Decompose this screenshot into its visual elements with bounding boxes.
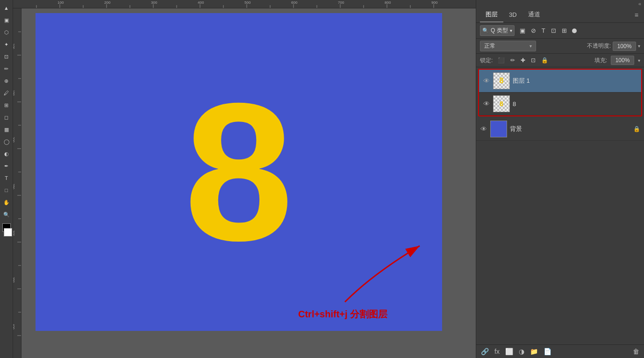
opacity-label: 不透明度: [587, 42, 611, 50]
svg-text:700: 700 [338, 0, 344, 5]
link-layers-icon[interactable]: 🔗 [480, 347, 490, 356]
svg-text:300: 300 [13, 230, 15, 236]
tab-layers[interactable]: 图层 [480, 7, 503, 22]
filter-type-label: Q 类型 [491, 27, 508, 35]
opacity-value[interactable]: 100% [613, 42, 636, 51]
lock-draw-icon[interactable]: ✏ [509, 57, 516, 64]
toolbar-blur-icon[interactable]: ◯ [1, 136, 12, 147]
layer8-thumbnail: 8 [493, 95, 510, 112]
toolbar-pen-icon[interactable]: ✒ [1, 161, 12, 171]
opacity-dropdown-arrow: ▾ [638, 43, 640, 49]
annotation-text: Ctrl+shift+j 分割图层 [298, 308, 387, 321]
left-ruler: 100 150 200 250 300 350 [13, 8, 21, 358]
toolbar-heal-icon[interactable]: ⊕ [1, 76, 12, 86]
svg-text:100: 100 [57, 0, 64, 5]
toolbar-clone-icon[interactable]: ⊞ [1, 100, 12, 110]
filter-icons: ▣ ⊘ T ⊡ ⊞ [518, 27, 577, 35]
toolbar-select-icon[interactable]: ▣ [1, 15, 12, 25]
blend-dropdown-arrow: ▾ [530, 43, 532, 49]
svg-text:600: 600 [291, 0, 298, 5]
toolbar-shape-icon[interactable]: □ [1, 185, 12, 195]
fill-dropdown-arrow: ▾ [638, 58, 640, 63]
filter-pixel-icon[interactable]: ▣ [518, 27, 527, 35]
background-name: 背景 [510, 125, 630, 133]
svg-text:300: 300 [151, 0, 157, 5]
svg-text:200: 200 [104, 0, 111, 5]
blend-row: 正常 ▾ 不透明度: 100% ▾ [476, 39, 644, 54]
lock-all-icon[interactable]: 🔒 [540, 57, 550, 64]
ruler-svg-left: 100 150 200 250 300 350 [13, 8, 21, 358]
layer-item-background[interactable]: 👁 背景 🔒 [476, 118, 644, 141]
add-mask-icon[interactable]: ⬜ [504, 347, 514, 356]
lock-label: 锁定: [480, 57, 493, 64]
filter-smart-icon[interactable]: ⊞ [560, 27, 568, 35]
toolbar-zoom-icon[interactable]: 🔍 [1, 209, 12, 220]
toolbar-hand-icon[interactable]: ✋ [1, 197, 12, 208]
toolbar-lasso-icon[interactable]: ⬡ [1, 27, 12, 37]
highlighted-layers-group: 👁 8 图层 1 👁 8 8 [478, 69, 642, 116]
toolbar-text-icon[interactable]: T [1, 173, 12, 183]
toolbar-brush-icon[interactable]: 🖊 [1, 88, 12, 98]
svg-text:900: 900 [431, 0, 438, 5]
lock-artboard-icon[interactable]: ⊡ [530, 57, 537, 64]
lock-move-icon[interactable]: ✚ [519, 57, 527, 64]
svg-text:200: 200 [13, 137, 15, 143]
svg-text:400: 400 [198, 0, 204, 5]
add-adjustment-icon[interactable]: ◑ [518, 347, 525, 356]
blend-mode-select[interactable]: 正常 ▾ [480, 41, 536, 51]
layer-item-layer8[interactable]: 👁 8 8 [479, 93, 641, 115]
filter-text-icon[interactable]: T [540, 27, 547, 35]
search-icon: 🔍 [482, 28, 489, 34]
layer1-visibility-icon[interactable]: 👁 [483, 77, 490, 85]
tab-3d[interactable]: 3D [503, 8, 522, 22]
add-style-icon[interactable]: fx [494, 347, 501, 356]
toolbar-move-icon[interactable]: ▲ [1, 3, 12, 13]
svg-text:100: 100 [13, 43, 15, 49]
toolbar-eraser-icon[interactable]: ◻ [1, 112, 12, 122]
toolbar-gradient-icon[interactable]: ▦ [1, 124, 12, 135]
layers-list: 👁 8 图层 1 👁 8 8 [476, 67, 644, 344]
svg-text:250: 250 [13, 184, 15, 189]
svg-text:500: 500 [244, 0, 251, 5]
toolbar-bg-color[interactable] [4, 228, 12, 236]
blend-mode-label: 正常 [484, 42, 495, 50]
background-lock-icon: 🔒 [633, 126, 640, 132]
canvas-area[interactable]: 8 Ctrl+shift+j 分割图层 [21, 8, 476, 358]
filter-adjustment-icon[interactable]: ⊘ [530, 27, 537, 35]
canvas-wrapper: 100 200 300 400 500 600 700 [13, 0, 476, 358]
layer8-name: 8 [513, 100, 637, 107]
delete-layer-icon[interactable]: 🗑 [632, 347, 640, 356]
new-layer-icon[interactable]: 📄 [543, 347, 552, 356]
svg-rect-28 [13, 8, 21, 358]
canvas-number: 8 [184, 74, 293, 270]
annotation-arrow [336, 236, 438, 307]
filter-dot[interactable] [572, 29, 577, 33]
top-ruler: 100 200 300 400 500 600 700 [13, 0, 476, 8]
panel-menu-icon[interactable]: ≡ [633, 9, 640, 21]
fill-label: 填充: [594, 57, 607, 64]
layer1-name: 图层 1 [513, 77, 637, 85]
tab-channels[interactable]: 通道 [522, 7, 546, 22]
filter-type-select[interactable]: 🔍 Q 类型 ▾ [480, 25, 515, 36]
fill-value[interactable]: 100% [611, 56, 634, 65]
svg-text:800: 800 [385, 0, 391, 5]
new-group-icon[interactable]: 📁 [529, 347, 539, 356]
layer-item-layer1[interactable]: 👁 8 图层 1 [479, 70, 641, 93]
svg-text:400: 400 [13, 324, 15, 329]
layer8-visibility-icon[interactable]: 👁 [483, 100, 490, 107]
filter-dropdown-arrow: ▾ [510, 28, 512, 33]
panel-collapse-button[interactable]: « [476, 0, 644, 7]
background-thumbnail [490, 121, 507, 137]
toolbar-crop-icon[interactable]: ⊡ [1, 51, 12, 62]
lock-icons: ⬛ ✏ ✚ ⊡ 🔒 [496, 57, 550, 64]
left-toolbar: ▲ ▣ ⬡ ✦ ⊡ ✏ ⊕ 🖊 ⊞ ◻ ▦ ◯ ◐ ✒ T □ ✋ 🔍 [0, 0, 13, 358]
layer1-thumbnail: 8 [493, 72, 510, 89]
toolbar-wand-icon[interactable]: ✦ [1, 39, 12, 50]
toolbar-eyedropper-icon[interactable]: ✏ [1, 64, 12, 74]
toolbar-dodge-icon[interactable]: ◐ [1, 149, 12, 159]
lock-row: 锁定: ⬛ ✏ ✚ ⊡ 🔒 填充: 100% ▾ [476, 54, 644, 67]
background-visibility-icon[interactable]: 👁 [480, 125, 487, 133]
opacity-row: 不透明度: 100% ▾ [587, 42, 640, 51]
filter-shape-icon[interactable]: ⊡ [550, 27, 558, 35]
lock-pixel-icon[interactable]: ⬛ [496, 57, 506, 64]
